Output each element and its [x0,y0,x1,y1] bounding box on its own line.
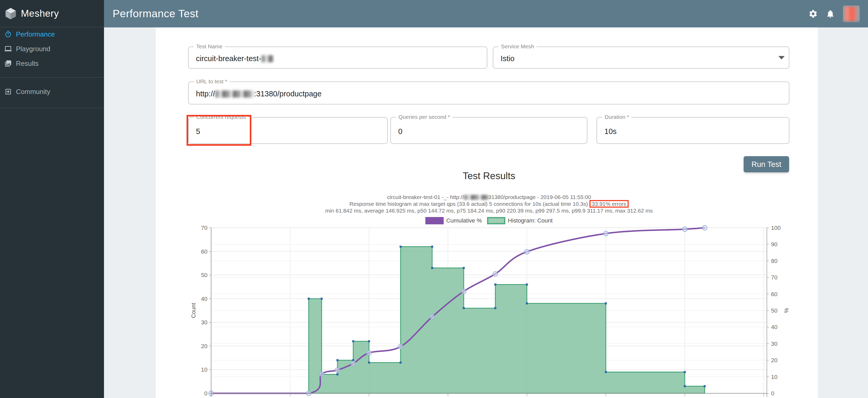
service-mesh-select[interactable]: Istio [501,54,515,63]
sidebar-item-label: Community [16,88,50,96]
results-line3: min 61.842 ms, average 146.925 ms, p50 1… [211,208,767,213]
chart-canvas: 0102030405060700102030405060708090100Cou… [183,225,836,398]
legend-histogram[interactable]: Histogram: Count [487,217,553,224]
gear-icon[interactable] [808,9,818,19]
response-time-chart: 0102030405060700102030405060708090100Cou… [183,225,836,398]
svg-text:90: 90 [771,241,777,247]
url-field[interactable]: URL to test * http://:31380/productpage [188,81,789,104]
blurred-text [215,90,254,97]
svg-text:0: 0 [771,390,774,397]
svg-text:60: 60 [771,291,777,297]
results-line2: Response time histogram at max target qp… [211,200,767,208]
svg-text:60: 60 [201,248,208,255]
blurred-text [464,195,488,200]
svg-text:40: 40 [201,296,208,302]
results-title: Test Results [211,170,767,181]
sidebar: Meshery Performance Playground Results C… [0,0,104,398]
svg-text:30: 30 [201,319,208,326]
results-line1: circuit-breaker-test-01 -_- http://31380… [211,194,767,200]
svg-text:0: 0 [204,390,208,397]
svg-text:%: % [783,308,789,313]
svg-text:20: 20 [201,343,208,350]
svg-text:30: 30 [771,340,777,347]
svg-text:80: 80 [771,258,777,264]
svg-text:100: 100 [771,225,781,231]
svg-text:70: 70 [771,274,777,281]
timer-icon [4,31,12,38]
duration-input[interactable]: 10s [604,127,617,136]
concurrent-requests-label: Concurrent requests * [194,114,252,120]
laptop-icon [4,45,12,53]
blurred-text [261,55,273,62]
service-mesh-field[interactable]: Service Mesh Istio [493,46,789,69]
performance-test-card: Test Name circuit-breaker-test- Service … [156,27,818,398]
legend-cumulative[interactable]: Cumulative % [425,217,482,224]
avatar[interactable] [843,5,860,22]
test-name-field[interactable]: Test Name circuit-breaker-test- [188,46,487,69]
sidebar-item-community[interactable]: Community [0,85,104,99]
brand[interactable]: Meshery [0,0,104,27]
sidebar-item-label: Performance [16,30,55,38]
run-test-button[interactable]: Run Test [744,156,789,172]
svg-text:70: 70 [201,225,208,231]
legend-swatch-green [487,217,505,224]
sidebar-divider [0,108,104,108]
svg-text:40: 40 [771,324,777,330]
header-actions [808,0,860,27]
error-rate-annotation: 33.91% errors [589,200,629,208]
meshery-logo-icon [4,7,17,20]
chevron-down-icon[interactable] [778,56,785,59]
sidebar-item-label: Results [16,60,39,68]
svg-text:10: 10 [201,366,208,373]
results-icon [4,60,12,67]
exit-icon [4,88,12,95]
concurrent-requests-input[interactable]: 5 [196,127,200,136]
qps-input[interactable]: 0 [398,127,402,136]
concurrent-requests-field[interactable]: Concurrent requests * 5 [188,117,388,144]
results-summary: circuit-breaker-test-01 -_- http://31380… [211,194,767,213]
page-title: Performance Test [113,7,198,20]
qps-label: Queries per second * [396,114,452,120]
legend-swatch-purple [425,217,444,224]
app-header: Performance Test [104,0,868,27]
svg-text:50: 50 [771,307,777,314]
sidebar-divider [0,77,104,77]
sidebar-item-label: Playground [16,45,51,53]
sidebar-item-playground[interactable]: Playground [0,41,104,56]
svg-text:50: 50 [201,272,208,278]
qps-field[interactable]: Queries per second * 0 [391,117,587,144]
chart-legend: Cumulative % Histogram: Count [211,217,767,224]
avatar-blurred-image [843,5,860,22]
test-name-input[interactable]: circuit-breaker-test- [196,54,273,63]
bell-icon[interactable] [826,9,835,19]
url-label: URL to test * [194,78,229,85]
svg-text:20: 20 [771,357,777,364]
test-name-label: Test Name [194,43,225,49]
svg-text:Count: Count [190,303,197,318]
service-mesh-label: Service Mesh [499,43,536,49]
duration-field[interactable]: Duration * 10s [596,117,789,144]
url-input[interactable]: http://:31380/productpage [196,90,322,98]
sidebar-item-performance[interactable]: Performance [0,27,104,41]
svg-text:10: 10 [771,374,777,380]
duration-label: Duration * [602,114,631,120]
sidebar-item-results[interactable]: Results [0,56,104,71]
brand-name: Meshery [21,8,59,19]
